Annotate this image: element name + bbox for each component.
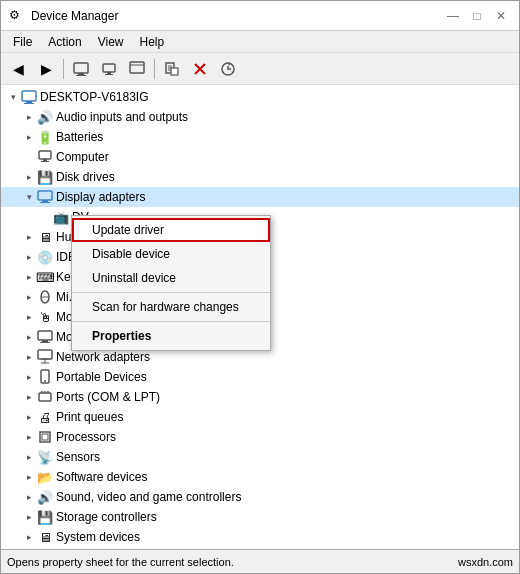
toolbar-btn-6[interactable] xyxy=(159,56,185,82)
expander-hu[interactable]: ▸ xyxy=(21,229,37,245)
label-root: DESKTOP-V6183IG xyxy=(40,90,149,104)
expander-batteries[interactable]: ▸ xyxy=(21,129,37,145)
svg-rect-1 xyxy=(78,73,84,75)
expander-storage[interactable]: ▸ xyxy=(21,509,37,525)
toolbar-btn-5[interactable] xyxy=(124,56,150,82)
expander-processors[interactable]: ▸ xyxy=(21,429,37,445)
expander-sensors[interactable]: ▸ xyxy=(21,449,37,465)
scan-button[interactable] xyxy=(215,56,241,82)
expander-system[interactable]: ▸ xyxy=(21,529,37,545)
toolbar-btn-4[interactable] xyxy=(96,56,122,82)
expander-display[interactable]: ▾ xyxy=(21,189,37,205)
icon-processors xyxy=(37,429,53,445)
svg-rect-27 xyxy=(38,331,52,340)
label-ports: Ports (COM & LPT) xyxy=(56,390,160,404)
menu-file[interactable]: File xyxy=(5,33,40,51)
icon-mi xyxy=(37,289,53,305)
window-title: Device Manager xyxy=(31,9,118,23)
tree-item-software[interactable]: ▸ 📂 Software devices xyxy=(1,467,519,487)
expander-audio[interactable]: ▸ xyxy=(21,109,37,125)
menu-view[interactable]: View xyxy=(90,33,132,51)
expander-ports[interactable]: ▸ xyxy=(21,389,37,405)
window-icon: ⚙ xyxy=(9,8,25,24)
icon-disk: 💾 xyxy=(37,169,53,185)
tree-item-display[interactable]: ▾ Display adapters xyxy=(1,187,519,207)
svg-rect-0 xyxy=(74,63,88,73)
tree-item-computer[interactable]: ▸ Computer xyxy=(1,147,519,167)
expander-sound[interactable]: ▸ xyxy=(21,489,37,505)
expander-software[interactable]: ▸ xyxy=(21,469,37,485)
svg-rect-22 xyxy=(38,191,52,200)
expander-portable[interactable]: ▸ xyxy=(21,369,37,385)
svg-rect-18 xyxy=(24,103,34,104)
maximize-button[interactable]: □ xyxy=(467,6,487,26)
close-button[interactable]: ✕ xyxy=(491,6,511,26)
expander-monitors[interactable]: ▸ xyxy=(21,329,37,345)
tree-item-batteries[interactable]: ▸ 🔋 Batteries xyxy=(1,127,519,147)
icon-sound: 🔊 xyxy=(37,489,53,505)
ctx-disable-device[interactable]: Disable device xyxy=(72,242,270,266)
icon-ports xyxy=(37,389,53,405)
label-batteries: Batteries xyxy=(56,130,103,144)
uninstall-button[interactable] xyxy=(187,56,213,82)
menu-help[interactable]: Help xyxy=(132,33,173,51)
expander-network[interactable]: ▸ xyxy=(21,349,37,365)
expander-mi[interactable]: ▸ xyxy=(21,289,37,305)
svg-rect-20 xyxy=(43,159,47,161)
toolbar-sep-1 xyxy=(63,59,64,79)
label-processors: Processors xyxy=(56,430,116,444)
label-sound: Sound, video and game controllers xyxy=(56,490,241,504)
svg-point-35 xyxy=(44,380,46,382)
menu-action[interactable]: Action xyxy=(40,33,89,51)
back-button[interactable]: ◀ xyxy=(5,56,31,82)
tree-item-sensors[interactable]: ▸ 📡 Sensors xyxy=(1,447,519,467)
svg-rect-21 xyxy=(41,161,49,162)
svg-rect-6 xyxy=(130,62,144,73)
tree-item-processors[interactable]: ▸ Processors xyxy=(1,427,519,447)
expander-ide[interactable]: ▸ xyxy=(21,249,37,265)
svg-rect-3 xyxy=(103,64,115,72)
ctx-sep-1 xyxy=(72,292,270,293)
ctx-uninstall-device[interactable]: Uninstall device xyxy=(72,266,270,290)
expander-root[interactable]: ▾ xyxy=(5,89,21,105)
tree-item-audio[interactable]: ▸ 🔊 Audio inputs and outputs xyxy=(1,107,519,127)
context-menu: Update driver Disable device Uninstall d… xyxy=(71,215,271,351)
tree-item-print[interactable]: ▸ 🖨 Print queues xyxy=(1,407,519,427)
tree-item-portable[interactable]: ▸ Portable Devices xyxy=(1,367,519,387)
ctx-properties[interactable]: Properties xyxy=(72,324,270,348)
title-bar-left: ⚙ Device Manager xyxy=(9,8,118,24)
label-audio: Audio inputs and outputs xyxy=(56,110,188,124)
expander-mo[interactable]: ▸ xyxy=(21,309,37,325)
ctx-scan-hardware[interactable]: Scan for hardware changes xyxy=(72,295,270,319)
tree-item-system[interactable]: ▸ 🖥 System devices xyxy=(1,527,519,547)
tree-item-disk[interactable]: ▸ 💾 Disk drives xyxy=(1,167,519,187)
icon-batteries: 🔋 xyxy=(37,129,53,145)
svg-rect-30 xyxy=(38,350,52,359)
icon-print: 🖨 xyxy=(37,409,53,425)
label-computer: Computer xyxy=(56,150,109,164)
icon-network xyxy=(37,349,53,365)
tree-item-sound[interactable]: ▸ 🔊 Sound, video and game controllers xyxy=(1,487,519,507)
label-print: Print queues xyxy=(56,410,123,424)
tree-item-usb[interactable]: ▸ 🔌 Universal Serial Bus controllers xyxy=(1,547,519,549)
icon-display xyxy=(37,189,53,205)
svg-rect-41 xyxy=(42,434,48,440)
toolbar-btn-3[interactable] xyxy=(68,56,94,82)
ctx-update-driver[interactable]: Update driver xyxy=(72,218,270,242)
forward-button[interactable]: ▶ xyxy=(33,56,59,82)
device-manager-window: ⚙ Device Manager — □ ✕ File Action View … xyxy=(0,0,520,574)
minimize-button[interactable]: — xyxy=(443,6,463,26)
tree-item-root[interactable]: ▾ DESKTOP-V6183IG xyxy=(1,87,519,107)
label-display: Display adapters xyxy=(56,190,145,204)
tree-item-ports[interactable]: ▸ Ports (COM & LPT) xyxy=(1,387,519,407)
expander-print[interactable]: ▸ xyxy=(21,409,37,425)
svg-rect-5 xyxy=(105,74,113,75)
icon-portable xyxy=(37,369,53,385)
tree-item-storage[interactable]: ▸ 💾 Storage controllers xyxy=(1,507,519,527)
svg-rect-4 xyxy=(107,72,111,74)
label-network: Network adapters xyxy=(56,350,150,364)
svg-rect-19 xyxy=(39,151,51,159)
expander-disk[interactable]: ▸ xyxy=(21,169,37,185)
svg-rect-16 xyxy=(22,91,36,101)
ctx-sep-2 xyxy=(72,321,270,322)
